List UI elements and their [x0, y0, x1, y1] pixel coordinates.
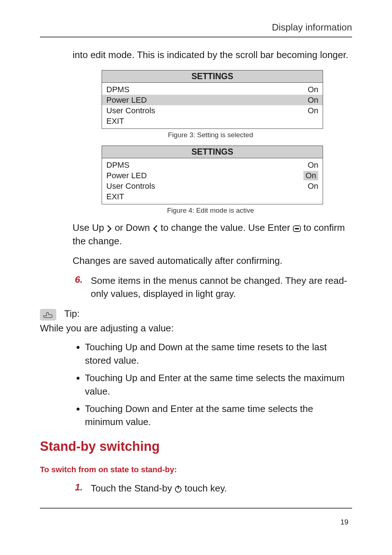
step-1: 1. Touch the Stand-by touch key.: [73, 482, 348, 495]
step-text: Some items in the menus cannot be change…: [91, 274, 348, 301]
list-item: Touching Down and Enter at the same time…: [85, 402, 348, 429]
row-value: On: [308, 181, 318, 191]
instruction-use-up-down: Use Up or Down to change the value. Use …: [73, 221, 348, 248]
table-row: User ControlsOn: [106, 105, 318, 116]
figure-3-table: SETTINGS DPMSOn Power LEDOn User Control…: [102, 70, 323, 129]
text: to change the value. Use Enter: [160, 222, 293, 233]
power-icon: [175, 485, 182, 493]
step-number: 1.: [73, 482, 83, 495]
row-label: EXIT: [106, 192, 124, 201]
list-item: Touching Up and Down at the same time re…: [85, 340, 348, 367]
header-title: Display information: [40, 22, 352, 33]
instruction-auto-save: Changes are saved automatically after co…: [73, 254, 348, 267]
text: touch key.: [185, 483, 227, 494]
table-row-selected: Power LEDOn: [102, 95, 323, 105]
row-label: User Controls: [106, 181, 155, 191]
row-label: User Controls: [106, 106, 155, 115]
figure-4-table: SETTINGS DPMSOn Power LEDOn User Control…: [102, 146, 323, 204]
page-number: 19: [40, 518, 352, 526]
row-label: DPMS: [106, 85, 130, 94]
row-label: DPMS: [106, 160, 130, 170]
step-6: 6. Some items in the menus cannot be cha…: [73, 274, 348, 301]
row-value: On: [308, 106, 318, 115]
row-value-selected: On: [303, 171, 318, 180]
header-divider: [40, 37, 352, 37]
row-value: On: [308, 160, 318, 170]
list-item: Touching Up and Enter at the same time s…: [85, 371, 348, 398]
row-value: On: [308, 95, 318, 105]
step-number: 6.: [73, 274, 83, 301]
tip-label: Tip:: [64, 308, 79, 319]
row-value: On: [308, 85, 318, 94]
text: or Down: [115, 222, 152, 233]
row-label: Power LED: [106, 95, 147, 105]
table-row: DPMSOn: [106, 160, 318, 170]
chevron-left-icon: [152, 225, 158, 232]
table-row: Power LEDOn: [106, 170, 318, 181]
text: Use Up: [73, 222, 107, 233]
table-row: EXIT: [106, 191, 318, 202]
section-heading-standby: Stand-by switching: [40, 439, 348, 454]
table-row: User ControlsOn: [106, 181, 318, 191]
enter-icon: [293, 225, 301, 232]
row-label: Power LED: [106, 171, 147, 180]
table-title: SETTINGS: [102, 70, 323, 83]
subsection-heading: To switch from on state to stand-by:: [40, 465, 348, 474]
hand-point-icon: [40, 309, 56, 321]
table-title: SETTINGS: [102, 146, 323, 158]
row-label: EXIT: [106, 117, 124, 126]
intro-paragraph: into edit mode. This is indicated by the…: [73, 48, 348, 61]
text: Touch the Stand-by: [91, 483, 175, 494]
table-row: EXIT: [106, 116, 318, 126]
while-adjusting-text: While you are adjusting a value:: [40, 323, 348, 334]
table-row: DPMSOn: [106, 84, 318, 95]
figure-3-caption: Figure 3: Setting is selected: [73, 131, 348, 139]
svg-rect-1: [295, 228, 299, 229]
tip-bullet-list: Touching Up and Down at the same time re…: [73, 340, 348, 428]
figure-4-caption: Figure 4: Edit mode is active: [73, 207, 348, 215]
tip-block: Tip:: [40, 308, 348, 321]
footer-divider: [40, 508, 352, 509]
step-text: Touch the Stand-by touch key.: [91, 482, 348, 495]
chevron-right-icon: [107, 225, 112, 232]
